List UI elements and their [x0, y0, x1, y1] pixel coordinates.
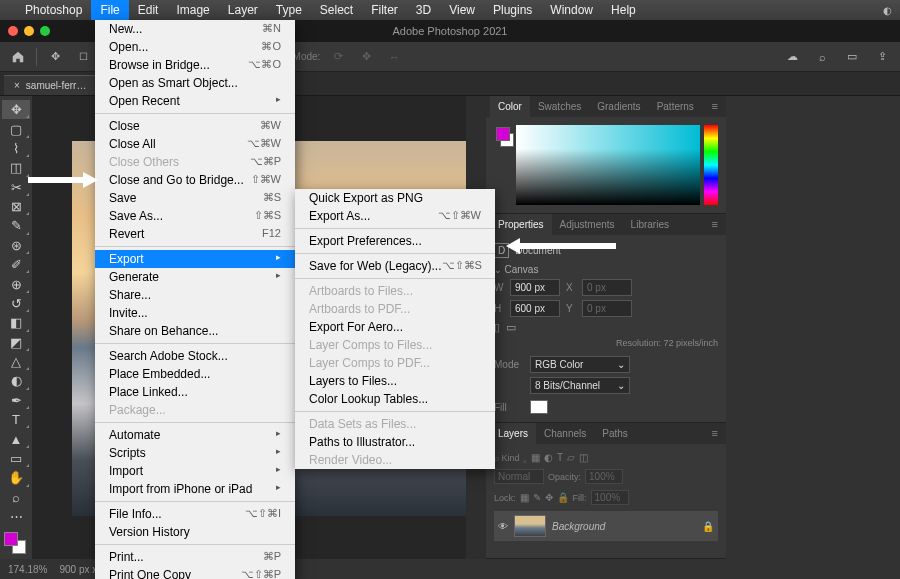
tool-edit-toolbar[interactable]: ⋯	[2, 507, 30, 526]
menu-item[interactable]: File Info...⌥⇧⌘I	[95, 505, 295, 523]
tool-blur[interactable]: △	[2, 352, 30, 371]
3d-orbit-icon[interactable]: ⟳	[328, 47, 348, 67]
tool-crop[interactable]: ✂	[2, 178, 30, 197]
doc-tab-close[interactable]: ×	[14, 80, 20, 91]
menubar-file[interactable]: File	[91, 0, 128, 20]
filter-pixel-icon[interactable]: ▦	[531, 452, 540, 463]
color-swatches-tool[interactable]	[0, 530, 32, 555]
menubar-select[interactable]: Select	[311, 0, 362, 20]
menu-item[interactable]: Open...⌘O	[95, 38, 295, 56]
3d-pan-icon[interactable]: ✥	[356, 47, 376, 67]
menu-item[interactable]: Import	[95, 462, 295, 480]
menu-item[interactable]: Generate	[95, 268, 295, 286]
tool-brush[interactable]: ✐	[2, 255, 30, 274]
menu-item[interactable]: Print One Copy⌥⇧⌘P	[95, 566, 295, 579]
menu-item[interactable]: Browse in Bridge...⌥⌘O	[95, 56, 295, 74]
menu-item[interactable]: Scripts	[95, 444, 295, 462]
menu-item[interactable]: Color Lookup Tables...	[295, 390, 495, 408]
tool-eraser[interactable]: ◧	[2, 313, 30, 332]
menu-item[interactable]: Export As...⌥⇧⌘W	[295, 207, 495, 225]
tool-rectangle[interactable]: ▭	[2, 449, 30, 468]
window-close[interactable]	[8, 26, 18, 36]
color-field[interactable]	[516, 125, 700, 205]
menubar-help[interactable]: Help	[602, 0, 645, 20]
menu-item[interactable]: Save for Web (Legacy)...⌥⇧⌘S	[295, 257, 495, 275]
tool-pen[interactable]: ✒	[2, 391, 30, 410]
menubar-3d[interactable]: 3D	[407, 0, 440, 20]
canvas-disclosure[interactable]: Canvas	[494, 264, 718, 275]
menu-item[interactable]: Close All⌥⌘W	[95, 135, 295, 153]
menu-item[interactable]: Open Recent	[95, 92, 295, 110]
menu-item[interactable]: Share on Behance...	[95, 322, 295, 340]
foreground-color[interactable]	[4, 532, 18, 546]
lock-all-icon[interactable]: 🔒	[557, 492, 569, 503]
tool-move[interactable]: ✥	[2, 100, 30, 119]
lock-icon[interactable]: 🔒	[702, 521, 714, 532]
opacity-input[interactable]	[585, 469, 623, 484]
menu-item[interactable]: Close⌘W	[95, 117, 295, 135]
lock-position-icon[interactable]: ✥	[545, 492, 553, 503]
tab-libraries[interactable]: Libraries	[623, 214, 677, 235]
menu-item[interactable]: Layers to Files...	[295, 372, 495, 390]
tool-marquee[interactable]: ▢	[2, 119, 30, 138]
tool-gradient[interactable]: ◩	[2, 333, 30, 352]
tool-object-select[interactable]: ◫	[2, 158, 30, 177]
panel-menu-icon[interactable]: ≡	[708, 96, 722, 117]
menu-item[interactable]: Automate	[95, 426, 295, 444]
tool-path-select[interactable]: ▲	[2, 429, 30, 448]
hue-slider[interactable]	[704, 125, 718, 205]
window-minimize[interactable]	[24, 26, 34, 36]
menu-item[interactable]: Save⌘S	[95, 189, 295, 207]
tool-eyedropper[interactable]: ✎	[2, 216, 30, 235]
color-fg-swatch[interactable]	[496, 127, 510, 141]
menu-item[interactable]: Print...⌘P	[95, 548, 295, 566]
share-icon[interactable]: ⇪	[872, 47, 892, 67]
layer-row[interactable]: 👁 Background 🔒	[494, 511, 718, 541]
menu-item[interactable]: Place Embedded...	[95, 365, 295, 383]
tool-zoom[interactable]: ⌕	[2, 488, 30, 507]
menu-item[interactable]: Export For Aero...	[295, 318, 495, 336]
menubar-window[interactable]: Window	[541, 0, 602, 20]
depth-select[interactable]: 8 Bits/Channel⌄	[530, 377, 630, 394]
tool-hand[interactable]: ✋	[2, 468, 30, 487]
menu-item[interactable]: Share...	[95, 286, 295, 304]
menu-item[interactable]: New...⌘N	[95, 20, 295, 38]
tool-dodge[interactable]: ◐	[2, 371, 30, 390]
tab-adjustments[interactable]: Adjustments	[552, 214, 623, 235]
y-input[interactable]	[582, 300, 632, 317]
mode-select[interactable]: RGB Color⌄	[530, 356, 630, 373]
menubar-filter[interactable]: Filter	[362, 0, 407, 20]
menu-item[interactable]: Version History	[95, 523, 295, 541]
tool-frame[interactable]: ⊠	[2, 197, 30, 216]
tab-patterns[interactable]: Patterns	[649, 96, 702, 117]
blend-mode-select[interactable]	[494, 469, 544, 484]
panel-menu-icon[interactable]: ≡	[708, 214, 722, 235]
control-strip[interactable]: ◐	[883, 5, 892, 16]
layer-name[interactable]: Background	[552, 521, 696, 532]
kind-filter[interactable]: ⌕ Kind ⌄	[494, 453, 527, 463]
menubar-edit[interactable]: Edit	[129, 0, 168, 20]
home-button[interactable]	[8, 47, 28, 67]
menu-item[interactable]: Place Linked...	[95, 383, 295, 401]
tool-clone[interactable]: ⊕	[2, 274, 30, 293]
move-tool-icon[interactable]: ✥	[45, 47, 65, 67]
tab-paths[interactable]: Paths	[594, 423, 636, 444]
tab-properties[interactable]: Properties	[490, 214, 552, 235]
menu-item[interactable]: Invite...	[95, 304, 295, 322]
menu-item[interactable]: Open as Smart Object...	[95, 74, 295, 92]
width-input[interactable]	[510, 279, 560, 296]
filter-shape-icon[interactable]: ▱	[567, 452, 575, 463]
menu-item[interactable]: Search Adobe Stock...	[95, 347, 295, 365]
menubar-layer[interactable]: Layer	[219, 0, 267, 20]
tool-spot-heal[interactable]: ⊛	[2, 236, 30, 255]
panel-menu-icon[interactable]: ≡	[708, 423, 722, 444]
cloud-docs-icon[interactable]: ☁	[782, 47, 802, 67]
fill-input[interactable]	[591, 490, 629, 505]
tool-lasso[interactable]: ⌇	[2, 139, 30, 158]
menubar-plugins[interactable]: Plugins	[484, 0, 541, 20]
tab-gradients[interactable]: Gradients	[589, 96, 648, 117]
menu-item[interactable]: RevertF12	[95, 225, 295, 243]
tab-layers[interactable]: Layers	[490, 423, 536, 444]
lock-pixels-icon[interactable]: ✎	[533, 492, 541, 503]
menu-item[interactable]: Quick Export as PNG	[295, 189, 495, 207]
